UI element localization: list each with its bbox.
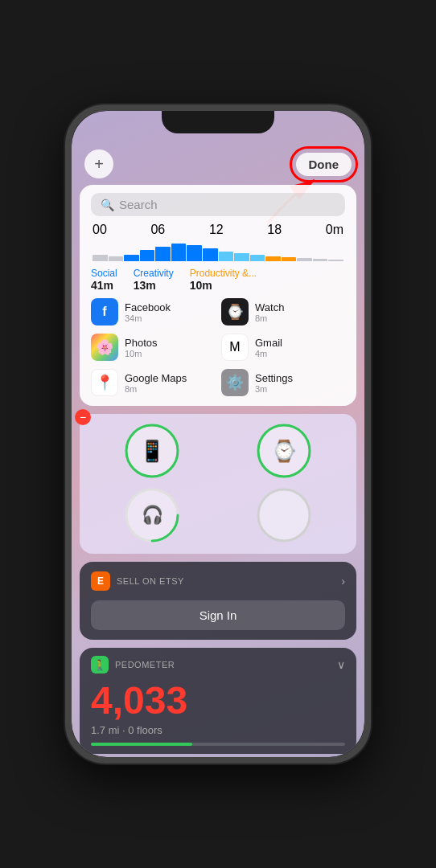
pedometer-title: PEDOMETER — [115, 660, 175, 669]
etsy-chevron-icon: › — [341, 575, 345, 588]
iphone-icon: 📱 — [139, 439, 165, 464]
done-circle-highlight — [290, 146, 359, 182]
category-social-name: Social — [91, 268, 117, 279]
search-icon: 🔍 — [101, 199, 114, 211]
chart-bar — [93, 255, 108, 261]
app-row-gmail[interactable]: M Gmail 4m — [221, 334, 345, 361]
chart-bar — [203, 248, 218, 261]
app-list: f Facebook 34m ⌚ Watch 8m — [91, 298, 345, 396]
chart-bar — [250, 255, 265, 261]
chart-area: 00 06 12 18 0m — [91, 223, 345, 263]
step-progress-bar — [91, 743, 345, 746]
chart-bar — [187, 245, 202, 261]
category-productivity: Productivity &... 10m — [190, 268, 257, 292]
watch-info: Watch 8m — [255, 301, 284, 323]
svg-point-7 — [258, 489, 310, 541]
gmaps-info: Google Maps 8m — [125, 372, 187, 394]
pedometer-widget: 🚶 PEDOMETER ∨ 4,033 1.7 mi · 0 floors — [80, 648, 356, 754]
app-row-gmaps[interactable]: 📍 Google Maps 8m — [91, 369, 215, 396]
category-productivity-name: Productivity &... — [190, 268, 257, 279]
settings-info: Settings 3m — [255, 372, 293, 394]
phone-frame: + Done 🔍 Search — [65, 104, 371, 764]
plus-icon: + — [94, 155, 104, 174]
notch — [162, 111, 274, 133]
category-creativity-name: Creativity — [134, 268, 174, 279]
chart-bar — [171, 244, 187, 261]
step-subtitle: 1.7 mi · 0 floors — [91, 724, 345, 736]
chart-bar — [265, 256, 281, 261]
photos-icon: 🌸 — [91, 334, 118, 361]
watch-app-icon: ⌚ — [221, 298, 249, 326]
settings-icon: ⚙️ — [221, 369, 249, 396]
photos-info: Photos 10m — [125, 337, 157, 358]
chart-label-06: 06 — [150, 223, 165, 237]
airpods-circle: 🎧 — [123, 486, 181, 544]
category-social: Social 41m — [91, 268, 117, 292]
category-productivity-time: 10m — [190, 279, 257, 292]
search-placeholder: Search — [119, 198, 158, 211]
gmail-time: 4m — [255, 349, 282, 358]
chart-bar — [328, 260, 343, 261]
chart-bar — [313, 259, 328, 261]
etsy-left: E SELL ON ETSY — [91, 571, 184, 591]
etsy-widget: E SELL ON ETSY › Sign In — [80, 562, 356, 640]
chart-bar — [282, 257, 297, 261]
gmail-name: Gmail — [255, 337, 282, 349]
category-creativity-time: 13m — [134, 279, 174, 292]
etsy-header: E SELL ON ETSY › — [91, 571, 345, 591]
app-row-facebook[interactable]: f Facebook 34m — [91, 298, 215, 326]
step-count: 4,033 — [91, 680, 345, 723]
app-row-photos[interactable]: 🌸 Photos 10m — [91, 334, 215, 361]
settings-name: Settings — [255, 372, 293, 384]
chart-bar — [140, 250, 155, 261]
chart-bar — [124, 255, 139, 261]
watch-circle: ⌚ — [255, 422, 313, 480]
pedometer-header: 🚶 PEDOMETER ∨ — [91, 656, 345, 674]
chart-label-12: 12 — [209, 223, 224, 237]
chart-bar — [234, 253, 249, 261]
sign-in-button[interactable]: Sign In — [91, 600, 345, 630]
etsy-title: SELL ON ETSY — [117, 576, 184, 586]
app-row-settings[interactable]: ⚙️ Settings 3m — [221, 369, 345, 396]
empty-circle — [255, 486, 313, 544]
chart-label-00: 00 — [93, 223, 107, 237]
categories-row: Social 41m Creativity 13m Productivity &… — [91, 268, 345, 292]
watch-device-icon: ⌚ — [271, 439, 297, 464]
app-row-watch[interactable]: ⌚ Watch 8m — [221, 298, 345, 326]
chart-labels: 00 06 12 18 0m — [91, 223, 345, 237]
airpods-icon: 🎧 — [142, 505, 163, 526]
chart-bar — [155, 247, 171, 261]
watch-time: 8m — [255, 313, 284, 323]
chart-bar — [297, 258, 312, 261]
category-creativity: Creativity 13m — [134, 268, 174, 292]
photos-time: 10m — [125, 349, 157, 358]
chart-time-label: 0m — [326, 223, 343, 237]
done-button[interactable]: Done — [296, 153, 352, 176]
step-progress-fill — [91, 743, 192, 746]
remove-widget-button[interactable]: − — [75, 409, 91, 425]
facebook-info: Facebook 34m — [125, 301, 171, 323]
category-social-time: 41m — [91, 279, 117, 292]
facebook-time: 34m — [125, 313, 171, 323]
top-bar: + Done — [72, 146, 364, 185]
chart-bar — [109, 256, 124, 261]
settings-time: 3m — [255, 384, 293, 394]
gmaps-time: 8m — [125, 384, 187, 394]
screen-time-widget: 🔍 Search 00 06 12 18 0m — [80, 185, 356, 406]
pedometer-chevron-icon: ∨ — [337, 658, 345, 671]
chart-bars — [91, 239, 345, 261]
iphone-circle: 📱 — [123, 422, 181, 480]
gmail-icon: M — [221, 334, 249, 361]
search-bar[interactable]: 🔍 Search — [91, 193, 345, 216]
gmaps-name: Google Maps — [125, 372, 187, 384]
chart-bar — [219, 252, 234, 261]
gmaps-icon: 📍 — [91, 369, 118, 396]
etsy-icon: E — [91, 571, 110, 591]
add-widget-button[interactable]: + — [84, 149, 113, 178]
phone-screen: + Done 🔍 Search — [72, 111, 364, 757]
device-grid: 📱 ⌚ 🎧 — [89, 422, 347, 544]
chart-label-18: 18 — [267, 223, 282, 237]
pedometer-left: 🚶 PEDOMETER — [91, 656, 175, 674]
facebook-name: Facebook — [125, 301, 171, 313]
facebook-icon: f — [91, 298, 118, 326]
